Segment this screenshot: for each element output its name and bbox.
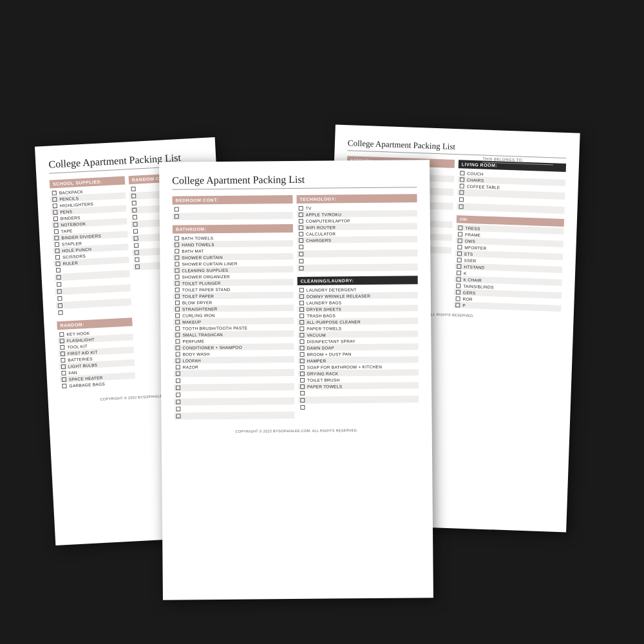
page3-title: College Apartment Packing List [172,173,417,189]
technology-header: TECHNOLOGY: [296,194,417,204]
bathroom-list: BATH TOWELS HAND TOWELS BATH MAT SHOWER … [173,234,294,420]
list-item [297,263,417,272]
scene: College Apartment Packing List SCHOOL SU… [32,64,612,580]
page2-title: College Apartment Packing List [348,138,567,158]
cleaning-laundry-list: LAUNDRY DETERGENT DOWNY WRINKLE RELEASER… [298,285,419,411]
list-item [174,412,294,420]
list-item [173,212,293,220]
page3-copyright: COPYRIGHT © 2022 BYSOPHIALEE.COM. ALL RI… [175,428,419,433]
bedroom-cont-header: BEDROOM CONT: [173,195,293,205]
bathroom-header: BATHROOM: [173,224,293,234]
bedroom-cont-list [173,205,293,220]
living-room-list: COUCH CHAIRS COFFEE TABLE [457,169,565,214]
technology-list: TV APPLE TV/ROKU COMPUTER/LAPTOP WIFI RO… [297,204,418,272]
list-item [298,402,419,411]
page-3: College Apartment Packing List BEDROOM C… [159,160,433,600]
school-supplies-list: BACKPACK PENCILS HIGHLIGHTERS PENS BINDE… [50,185,131,316]
cleaning-laundry-header: CLEANING/LAUNDRY: [298,276,418,285]
random-list: KEY HOOK FLASHLIGHT TOOL KIT FIRST AID K… [57,327,136,389]
